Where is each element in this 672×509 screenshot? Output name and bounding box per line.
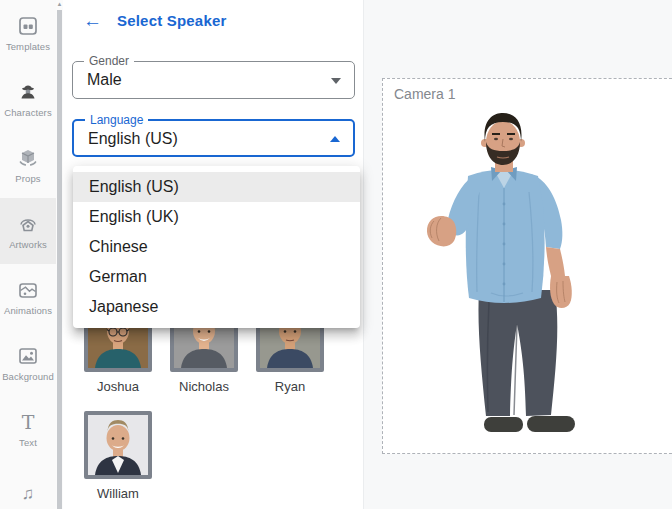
artworks-icon (16, 212, 40, 236)
sidebar-item-label: Templates (6, 41, 50, 52)
speaker-name: Joshua (84, 379, 152, 394)
back-button[interactable]: ← (83, 11, 102, 30)
speaker-name: Ryan (256, 379, 324, 394)
characters-icon (16, 80, 40, 104)
camera-label: Camera 1 (394, 86, 455, 102)
sidebar-item-label: Props (15, 173, 40, 184)
sidebar-item-label: Characters (4, 107, 51, 118)
sidebar-item-artworks[interactable]: Artworks (0, 198, 56, 264)
scroll-up-arrow-icon[interactable]: ▲ (56, 1, 63, 7)
gender-label: Gender (84, 54, 134, 68)
panel-title: Select Speaker (117, 12, 227, 29)
camera-frame[interactable]: Camera 1 (382, 78, 672, 454)
sidebar-item-music[interactable]: ♫ (0, 462, 56, 509)
templates-icon (16, 14, 40, 38)
gender-select[interactable]: Gender Male (72, 61, 355, 99)
language-dropdown-menu: English (US) English (UK) Chinese German… (73, 166, 360, 328)
language-select[interactable]: Language English (US) (72, 119, 355, 157)
sidebar: Templates Characters Props Artworks (0, 0, 56, 509)
sidebar-item-label: Animations (4, 305, 52, 316)
speaker-card-william[interactable]: William (84, 411, 152, 501)
language-option-german[interactable]: German (73, 262, 360, 292)
language-option-english-us[interactable]: English (US) (73, 172, 360, 202)
language-label: Language (85, 113, 148, 127)
props-icon (16, 146, 40, 170)
app: { "sidebar": { "selected_item": "Artwork… (0, 0, 672, 509)
speaker-name: William (84, 486, 152, 501)
speaker-name: Nicholas (170, 379, 238, 394)
chevron-up-icon (330, 136, 340, 142)
speaker-photo (84, 411, 152, 479)
text-icon: T (16, 410, 40, 434)
sidebar-item-animations[interactable]: Animations (0, 264, 56, 330)
sidebar-item-label: Background (2, 371, 54, 382)
language-option-english-uk[interactable]: English (UK) (73, 202, 360, 232)
stage-canvas: Camera 1 (364, 0, 672, 509)
chevron-down-icon (331, 78, 341, 84)
sidebar-item-text[interactable]: T Text (0, 396, 56, 462)
music-note-icon: ♫ (16, 482, 40, 506)
sidebar-item-props[interactable]: Props (0, 132, 56, 198)
panel-header: ← Select Speaker (83, 11, 227, 30)
animations-icon (16, 278, 40, 302)
language-option-chinese[interactable]: Chinese (73, 232, 360, 262)
speaker-panel: ← Select Speaker Gender Male Language En… (63, 0, 364, 509)
scrollbar-thumb[interactable] (57, 10, 62, 509)
sidebar-item-characters[interactable]: Characters (0, 66, 56, 132)
background-icon (16, 344, 40, 368)
william-portrait-image (88, 415, 148, 475)
sidebar-item-background[interactable]: Background (0, 330, 56, 396)
character-avatar[interactable] (421, 112, 586, 442)
sidebar-item-label: Text (19, 437, 37, 448)
sidebar-item-label: Artworks (9, 239, 47, 250)
sidebar-scrollbar[interactable]: ▲ (56, 0, 63, 509)
sidebar-item-templates[interactable]: Templates (0, 0, 56, 66)
language-option-japanese[interactable]: Japanese (73, 292, 360, 322)
